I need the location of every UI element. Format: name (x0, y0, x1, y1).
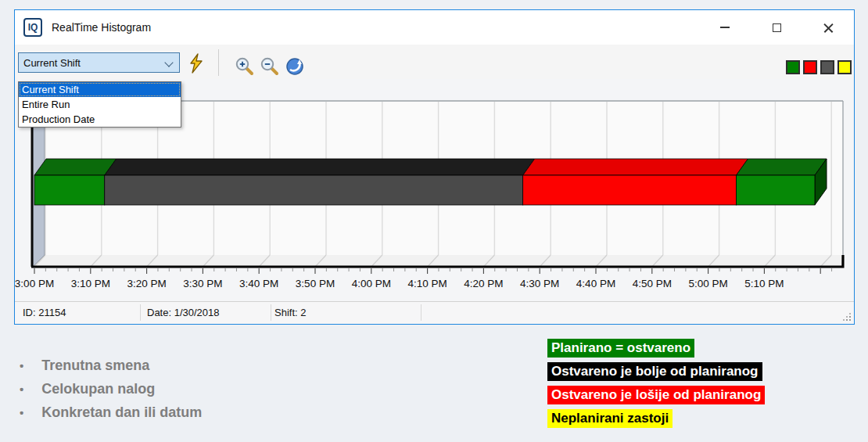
status-color-red (803, 60, 817, 74)
bar-segment-actual-better-than-planned (105, 159, 535, 205)
x-tick-label: 5:00 PM (688, 278, 727, 289)
bar-segment-planned-equals-actual-end (737, 159, 827, 205)
maximize-button[interactable] (751, 10, 802, 45)
close-icon (823, 22, 834, 34)
x-tick-label: 3:20 PM (127, 278, 166, 289)
legend-item: Ostvareno je bolje od planiranog (547, 362, 762, 381)
zoom-in-button[interactable] (235, 56, 255, 77)
x-tick-label: 3:50 PM (296, 278, 335, 289)
x-tick-label: 4:00 PM (352, 278, 391, 289)
period-combobox[interactable]: Current Shift (18, 52, 180, 73)
dropdown-option-current-shift[interactable]: Current Shift (19, 82, 181, 97)
legend-item: Neplanirani zastoji (547, 409, 673, 428)
close-button[interactable] (802, 10, 854, 45)
dropdown-option-production-date[interactable]: Production Date (19, 112, 181, 127)
notes-list: •Trenutna smena•Celokupan nalog•Konkreta… (20, 354, 202, 424)
note-text: Konkretan dan ili datum (41, 404, 202, 421)
status-date: Date: 1/30/2018 (147, 307, 220, 318)
note-text: Trenutna smena (41, 358, 149, 374)
note-text: Celokupan nalog (41, 381, 155, 397)
bullet-icon: • (20, 406, 23, 419)
zoom-out-icon (260, 56, 280, 77)
note-item: •Trenutna smena (20, 354, 202, 377)
x-tick-label: 3:40 PM (239, 278, 278, 289)
x-tick-label: 4:30 PM (520, 278, 559, 289)
statusbar-separator (271, 304, 271, 321)
x-tick-label: 4:50 PM (633, 278, 672, 289)
window-controls (699, 10, 854, 45)
refresh-lightning-button[interactable] (188, 53, 205, 74)
bullet-icon: • (20, 359, 23, 372)
legend-item: Ostvareno je lošije od planiranog (547, 386, 765, 404)
realtime-histogram-window: IQ RealTime Histogram Current Shift (14, 9, 855, 325)
legend-item: Planirano = ostvareno (547, 339, 694, 358)
window-title: RealTime Histogram (52, 21, 151, 34)
x-tick-label: 3:10 PM (71, 278, 110, 289)
status-color-yellow (838, 60, 852, 74)
period-combobox-value: Current Shift (23, 57, 81, 69)
statusbar-separator (140, 304, 141, 321)
reset-view-button[interactable] (285, 56, 305, 77)
period-dropdown-list: Current ShiftEntire RunProduction Date (18, 81, 181, 128)
zoom-out-button[interactable] (260, 56, 280, 77)
bar-segment-actual-worse-than-planned (523, 159, 748, 205)
status-color-green (786, 60, 800, 74)
chevron-down-icon (164, 58, 173, 66)
maximize-icon (773, 23, 781, 32)
globe-icon (285, 56, 305, 77)
statusbar-separator (421, 304, 421, 321)
titlebar: IQ RealTime Histogram (15, 10, 854, 45)
x-tick-label: 4:40 PM (576, 278, 615, 289)
plot-floor (32, 255, 843, 267)
app-icon: IQ (23, 18, 42, 37)
bullet-icon: • (20, 383, 23, 396)
dropdown-option-entire-run[interactable]: Entire Run (19, 97, 181, 112)
lightning-icon (188, 53, 205, 74)
toolbar-separator (218, 49, 219, 76)
page: IQ RealTime Histogram Current Shift (0, 0, 868, 442)
status-color-indicators (786, 60, 852, 74)
note-item: •Celokupan nalog (20, 377, 202, 401)
note-item: •Konkretan dan ili datum (20, 401, 202, 424)
zoom-in-icon (235, 56, 255, 77)
x-tick-label: 4:20 PM (464, 278, 503, 289)
minimize-icon (720, 27, 730, 28)
x-tick-label: 3:30 PM (183, 278, 222, 289)
statusbar: ID: 21154 Date: 1/30/2018 Shift: 2 (15, 301, 854, 324)
x-tick-label: 3:00 PM (15, 278, 54, 289)
resize-grip-icon[interactable] (849, 319, 851, 321)
bar-segment-planned-equals-actual (34, 159, 117, 205)
status-shift: Shift: 2 (274, 307, 306, 318)
status-color-gray (820, 60, 834, 74)
legend: Planirano = ostvarenoOstvareno je bolje … (547, 339, 765, 433)
minimize-button[interactable] (699, 10, 751, 45)
x-tick-label: 4:10 PM (407, 278, 447, 289)
status-id: ID: 21154 (23, 307, 66, 318)
x-tick-label: 5:10 PM (744, 278, 784, 289)
